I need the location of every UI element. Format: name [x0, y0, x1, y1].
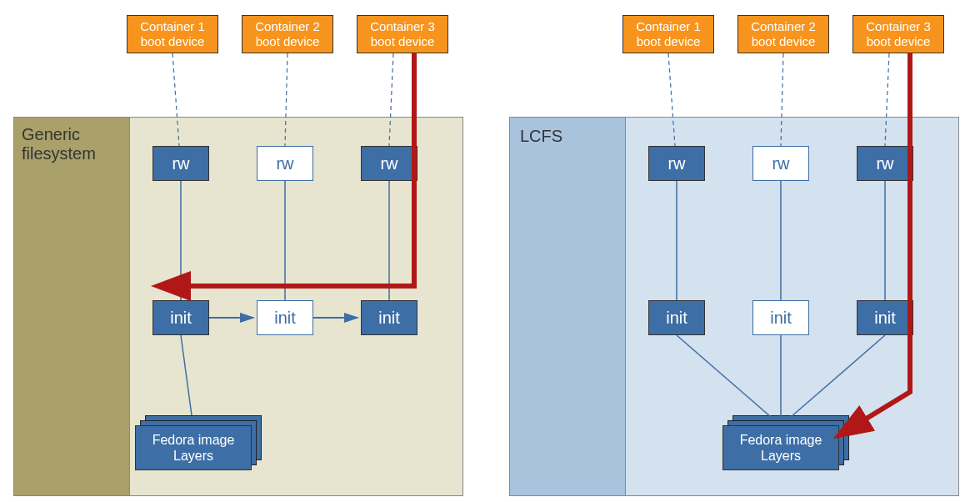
- right-panel-title: LCFS: [520, 127, 562, 146]
- left-container-2: Container 2 boot device: [242, 15, 333, 53]
- left-rw-1: rw: [152, 146, 209, 181]
- right-rw-1: rw: [648, 146, 705, 181]
- right-rw-3: rw: [857, 146, 913, 181]
- right-container-2: Container 2 boot device: [738, 15, 829, 53]
- left-init-3: init: [361, 300, 418, 335]
- left-rw-3: rw: [361, 146, 418, 181]
- left-container-1: Container 1 boot device: [127, 15, 218, 53]
- left-init-2: init: [257, 300, 313, 335]
- left-panel-title: Generic filesystem: [22, 125, 122, 163]
- left-container-3: Container 3 boot device: [357, 15, 448, 53]
- left-rw-2: rw: [257, 146, 313, 181]
- right-container-1: Container 1 boot device: [622, 15, 714, 53]
- right-rw-2: rw: [752, 146, 809, 181]
- right-init-1: init: [648, 300, 705, 335]
- left-init-1: init: [152, 300, 209, 335]
- left-fedora: Fedora image Layers: [135, 425, 252, 470]
- right-container-3: Container 3 boot device: [852, 15, 944, 53]
- right-init-3: init: [857, 300, 913, 335]
- right-init-2: init: [752, 300, 809, 335]
- right-fedora: Fedora image Layers: [722, 425, 839, 470]
